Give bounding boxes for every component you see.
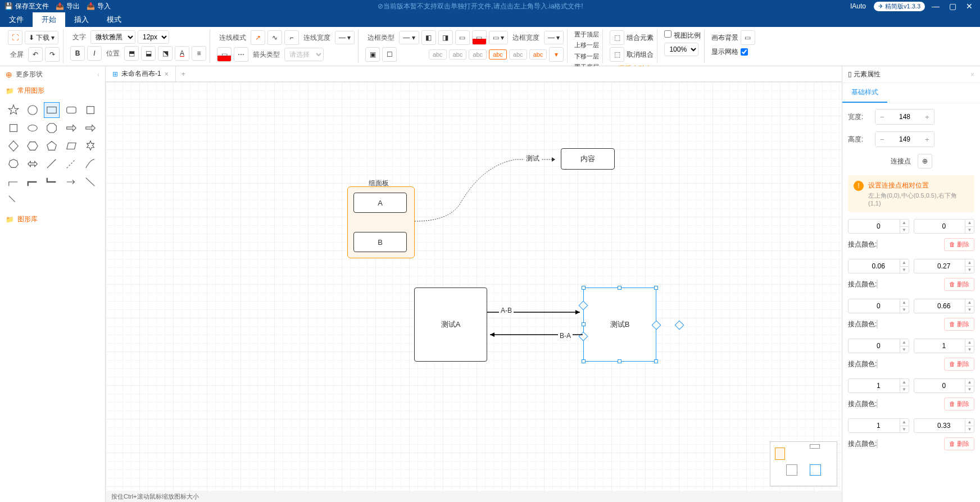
abc1-button[interactable]: abc [429, 49, 447, 60]
delete-point-button[interactable]: 🗑 删除 [944, 437, 974, 450]
border-color-button[interactable]: ▭ [472, 30, 487, 45]
shape-circle[interactable] [25, 102, 40, 118]
border-custom-button[interactable]: ▭ ▾ [489, 31, 508, 44]
align-button[interactable]: ≡ [192, 46, 206, 61]
font-color-button[interactable]: A [175, 46, 189, 61]
delete-point-button[interactable]: 🗑 删除 [944, 398, 974, 410]
canvas-bg-button[interactable]: ▭ [741, 30, 755, 45]
redo-button[interactable]: ↷ [45, 47, 60, 62]
cp-x-input[interactable]: ▲▼ [848, 418, 909, 433]
show-grid-checkbox[interactable] [741, 48, 748, 56]
shape-star[interactable] [6, 102, 21, 118]
cp-x-input[interactable]: ▲▼ [848, 259, 909, 273]
shape-star6[interactable] [83, 138, 98, 154]
font-select[interactable]: 微软雅黑 [90, 30, 135, 44]
line-elbow-button[interactable]: ⌐ [284, 30, 299, 45]
color-swatch[interactable] [877, 439, 878, 448]
tab-close-button[interactable]: × [165, 70, 169, 78]
shape-darrow[interactable] [25, 156, 40, 172]
shape-line2[interactable] [63, 156, 79, 172]
italic-button[interactable]: I [87, 46, 102, 61]
ungroup-icon[interactable]: ⬚ [610, 47, 624, 62]
color-swatch[interactable] [877, 240, 878, 249]
arrow-select[interactable]: 请选择 [284, 48, 324, 61]
color-swatch[interactable] [877, 280, 878, 289]
canvas-area[interactable]: 组面板 A B 内容 测试 测试A 测试B [106, 82, 842, 491]
shape-arrow3[interactable] [63, 174, 79, 190]
delete-point-button[interactable]: 🗑 删除 [944, 358, 974, 371]
shape-line1[interactable] [44, 156, 60, 172]
more-shapes-button[interactable]: ⊕ 更多形状 ‹ [0, 66, 105, 83]
align-mid-button[interactable]: ⬓ [141, 46, 156, 61]
ungroup-button[interactable]: 取消组合 [627, 50, 654, 60]
delete-point-button[interactable]: 🗑 删除 [944, 318, 974, 331]
testa-node[interactable]: 测试A [414, 287, 487, 362]
layer-top-button[interactable]: 置于顶层 [574, 30, 599, 39]
shape-elbow3[interactable] [44, 174, 60, 190]
menu-mode[interactable]: 模式 [98, 12, 130, 27]
content-node[interactable]: 内容 [561, 148, 615, 170]
abc2-button[interactable]: abc [449, 49, 467, 60]
cp-y-input[interactable]: ▲▼ [914, 299, 975, 313]
properties-close-button[interactable]: × [970, 71, 974, 79]
abc5-button[interactable]: abc [509, 49, 527, 60]
node-b[interactable]: B [353, 232, 407, 252]
import-button[interactable]: 📥 导入 [87, 2, 111, 11]
shape-hexagon[interactable] [25, 138, 40, 154]
minimap[interactable] [770, 441, 837, 486]
abc6-button[interactable]: abc [529, 49, 547, 60]
minimize-button[interactable]: — [929, 2, 942, 11]
align-top-button[interactable]: ⬒ [124, 46, 139, 61]
shape-octagon[interactable] [44, 120, 60, 136]
menu-file[interactable]: 文件 [0, 12, 33, 27]
cp-y-input[interactable]: ▲▼ [914, 378, 975, 393]
menu-start[interactable]: 开始 [33, 12, 65, 27]
line-color-button[interactable]: ▭ [217, 47, 232, 62]
fontsize-select[interactable]: 12px [138, 30, 169, 44]
abc-more-button[interactable]: ▾ [549, 47, 564, 62]
cp-x-input[interactable]: ▲▼ [848, 339, 909, 353]
shape-parallel[interactable] [63, 138, 79, 154]
layer-up-button[interactable]: 上移一层 [574, 41, 599, 49]
shape-sq2[interactable] [6, 120, 21, 136]
shape-elbow1[interactable] [6, 174, 21, 190]
line-straight-button[interactable]: ↗ [251, 30, 265, 45]
shape-arrow4[interactable] [83, 174, 98, 190]
delete-point-button[interactable]: 🗑 删除 [944, 238, 974, 251]
height-input[interactable]: −+ [875, 131, 934, 147]
abc3-button[interactable]: abc [469, 49, 487, 60]
group-panel-node[interactable]: A B [347, 186, 415, 258]
cp-y-input[interactable]: ▲▼ [914, 418, 975, 433]
cp-x-input[interactable]: ▲▼ [848, 299, 909, 313]
shape-diamond[interactable] [6, 138, 21, 154]
width-input[interactable]: −+ [875, 109, 934, 125]
color-swatch[interactable] [877, 320, 878, 328]
shape-curve[interactable] [83, 156, 98, 172]
align-bot-button[interactable]: ⬔ [158, 46, 173, 61]
save-to-file-button[interactable]: 💾 保存至文件 [4, 2, 49, 11]
shadow1-button[interactable]: ◧ [421, 30, 436, 45]
color-swatch[interactable] [877, 359, 878, 368]
shape-heptagon[interactable] [6, 156, 21, 172]
shadow3-button[interactable]: ▭ [455, 30, 470, 45]
common-shapes-section[interactable]: 📁 常用图形 [0, 83, 105, 99]
shape-square[interactable] [83, 102, 98, 118]
line-style-button[interactable]: ⋯ [234, 47, 248, 62]
shape-rect[interactable] [44, 102, 60, 118]
cp-x-input[interactable]: ▲▼ [848, 219, 909, 234]
node-a[interactable]: A [353, 193, 407, 213]
line-curve-button[interactable]: ∿ [267, 30, 282, 45]
layer-down-button[interactable]: 下移一层 [574, 52, 599, 61]
fill-button[interactable]: ▣ [365, 47, 380, 62]
shape-roundrect[interactable] [63, 102, 79, 118]
menu-insert[interactable]: 插入 [65, 12, 98, 27]
color-swatch[interactable] [877, 399, 878, 408]
nofill-button[interactable]: ☐ [382, 47, 397, 62]
expand-icon[interactable]: ⛶ [8, 30, 22, 45]
bold-button[interactable]: B [70, 46, 85, 61]
shape-line3[interactable] [6, 192, 21, 208]
canvas-tab[interactable]: ⊞ 未命名画布-1 × [106, 66, 176, 82]
border-type-select[interactable]: — ▾ [399, 31, 419, 44]
cp-x-input[interactable]: ▲▼ [848, 378, 909, 393]
group-icon[interactable]: ⬚ [610, 30, 624, 45]
